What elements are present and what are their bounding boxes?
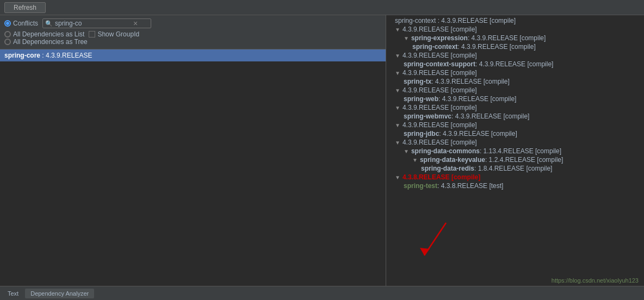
refresh-button[interactable]: Refresh xyxy=(4,2,46,13)
tree-row-13[interactable]: spring-jdbc : 4.3.9.RELEASE [compile] xyxy=(386,129,644,138)
left-panel: Conflicts 🔍 × All Dependencies as List xyxy=(0,15,386,286)
dep-version-13: : 4.3.9.RELEASE [compile] xyxy=(439,130,517,138)
dep-version-2: : 4.3.9.RELEASE [compile] xyxy=(468,34,546,42)
arrow-icon-12: ▼ xyxy=(395,122,400,128)
arrow-icon-8: ▼ xyxy=(395,88,400,93)
radio-all-list[interactable]: All Dependencies as List xyxy=(4,30,84,38)
item-version: : 4.3.9.RELEASE xyxy=(40,52,92,59)
search-input[interactable] xyxy=(55,20,131,27)
list-item[interactable]: spring-core : 4.3.9.RELEASE xyxy=(0,49,386,61)
tree-row-17[interactable]: spring-data-redis : 1.8.4.RELEASE [compi… xyxy=(386,164,644,173)
item-name: spring-core xyxy=(4,52,40,59)
tree-row-10[interactable]: ▼ 4.3.9.RELEASE [compile] xyxy=(386,103,644,112)
radio-circle-all-list xyxy=(4,31,11,38)
dep-name-5: spring-context-support xyxy=(404,60,475,68)
filter-row-3: All Dependencies as Tree xyxy=(4,38,381,46)
arrow-icon-18: ▼ xyxy=(395,174,400,180)
checkbox-box xyxy=(89,31,95,38)
arrow-icon-2: ▼ xyxy=(404,35,409,41)
arrow-icon-14: ▼ xyxy=(395,140,400,146)
checkbox-show-groupid[interactable]: Show GroupId xyxy=(89,30,139,38)
dep-version-1: 4.3.9.RELEASE [compile] xyxy=(403,26,477,33)
dep-version-12: 4.3.9.RELEASE [compile] xyxy=(403,121,477,129)
tree-row-15[interactable]: ▼ spring-data-commons : 1.13.4.RELEASE [… xyxy=(386,147,644,155)
tab-dependency-analyzer[interactable]: Dependency Analyzer xyxy=(25,289,94,298)
tree-row-11[interactable]: spring-webmvc : 4.3.9.RELEASE [compile] xyxy=(386,112,644,121)
filter-area: Conflicts 🔍 × All Dependencies as List xyxy=(0,15,386,49)
checkbox-show-groupid-label: Show GroupId xyxy=(97,30,139,38)
dep-version-5: : 4.3.9.RELEASE [compile] xyxy=(475,60,553,68)
dep-version-10: 4.3.9.RELEASE [compile] xyxy=(403,104,477,111)
dep-version-14: 4.3.9.RELEASE [compile] xyxy=(403,139,477,146)
arrow-icon-15: ▼ xyxy=(404,148,409,154)
radio-conflicts[interactable]: Conflicts xyxy=(4,20,38,27)
tree-row-4[interactable]: ▼ 4.3.9.RELEASE [compile] xyxy=(386,51,644,60)
dep-version-3: : 4.3.9.RELEASE [compile] xyxy=(457,43,535,51)
tree-row-8[interactable]: ▼ 4.3.9.RELEASE [compile] xyxy=(386,86,644,95)
arrow-icon-10: ▼ xyxy=(395,105,400,111)
dep-version-16: : 1.2.4.RELEASE [compile] xyxy=(485,156,563,164)
tab-text[interactable]: Text xyxy=(2,289,24,298)
toolbar: Refresh xyxy=(0,0,644,15)
dep-version-18-red: 4.3.8.RELEASE [compile] xyxy=(403,173,480,181)
search-box: 🔍 × xyxy=(42,18,151,28)
dep-version-4: 4.3.9.RELEASE [compile] xyxy=(403,52,477,59)
tree-row-19[interactable]: spring-test : 4.3.8.RELEASE [test] xyxy=(386,182,644,190)
radio-conflicts-label: Conflicts xyxy=(13,20,38,27)
radio-all-tree[interactable]: All Dependencies as Tree xyxy=(4,38,88,46)
arrow-icon-4: ▼ xyxy=(395,53,400,59)
radio-circle-all-tree xyxy=(4,39,11,45)
dep-name-13: spring-jdbc xyxy=(404,130,439,138)
tree-row-0: spring-context : 4.3.9.RELEASE [compile] xyxy=(386,16,644,25)
tree-row-5[interactable]: spring-context-support : 4.3.9.RELEASE [… xyxy=(386,60,644,68)
bottom-tabs: Text Dependency Analyzer xyxy=(0,286,644,300)
tree-row-12[interactable]: ▼ 4.3.9.RELEASE [compile] xyxy=(386,121,644,129)
list-area: spring-core : 4.3.9.RELEASE xyxy=(0,49,386,286)
content-area: Conflicts 🔍 × All Dependencies as List xyxy=(0,15,644,286)
tree-row-3[interactable]: spring-context : 4.3.9.RELEASE [compile] xyxy=(386,42,644,51)
tree-row-16[interactable]: ▼ spring-data-keyvalue : 1.2.4.RELEASE [… xyxy=(386,155,644,164)
tree-row-2[interactable]: ▼ spring-expression : 4.3.9.RELEASE [com… xyxy=(386,34,644,42)
filter-row-2: All Dependencies as List Show GroupId xyxy=(4,30,381,38)
dep-name-7: spring-tx xyxy=(404,78,431,85)
tree-row-9[interactable]: spring-web : 4.3.9.RELEASE [compile] xyxy=(386,95,644,103)
tree-row-7[interactable]: spring-tx : 4.3.9.RELEASE [compile] xyxy=(386,77,644,86)
dep-version-11: : 4.3.9.RELEASE [compile] xyxy=(451,112,529,120)
radio-all-tree-label: All Dependencies as Tree xyxy=(13,38,88,46)
arrow-icon-6: ▼ xyxy=(395,70,400,76)
dep-version-9: : 4.3.9.RELEASE [compile] xyxy=(438,95,516,103)
arrow-icon-1: ▼ xyxy=(395,27,400,33)
dep-text-0: spring-context : 4.3.9.RELEASE [compile] xyxy=(395,17,516,24)
main-container: Refresh Conflicts 🔍 × xyxy=(0,0,644,300)
dep-name-19-green: spring-test xyxy=(404,182,437,190)
arrow-icon-16: ▼ xyxy=(412,157,418,163)
right-panel: spring-context : 4.3.9.RELEASE [compile]… xyxy=(386,15,644,286)
radio-circle-conflicts xyxy=(4,20,11,27)
dep-version-19: : 4.3.8.RELEASE [test] xyxy=(437,182,503,190)
dep-name-2: spring-expression xyxy=(411,34,468,42)
dep-version-8: 4.3.9.RELEASE [compile] xyxy=(403,86,477,94)
search-icon: 🔍 xyxy=(45,20,53,27)
dep-name-16: spring-data-keyvalue xyxy=(420,156,485,164)
filter-row-1: Conflicts 🔍 × xyxy=(4,18,381,28)
tree-row-18[interactable]: ▼ 4.3.8.RELEASE [compile] xyxy=(386,173,644,182)
dep-version-15: : 1.13.4.RELEASE [compile] xyxy=(480,147,561,155)
dep-version-17: : 1.8.4.RELEASE [compile] xyxy=(474,165,552,172)
dep-name-15: spring-data-commons xyxy=(411,147,480,155)
dep-name-11: spring-webmvc xyxy=(404,112,451,120)
tree-row-1[interactable]: ▼ 4.3.9.RELEASE [compile] xyxy=(386,25,644,34)
tree-row-14[interactable]: ▼ 4.3.9.RELEASE [compile] xyxy=(386,138,644,147)
dep-name-9: spring-web xyxy=(404,95,438,103)
clear-icon[interactable]: × xyxy=(133,20,138,27)
dep-name-17: spring-data-redis xyxy=(421,165,474,172)
dep-version-6: 4.3.9.RELEASE [compile] xyxy=(403,69,477,77)
dep-version-7: : 4.3.9.RELEASE [compile] xyxy=(431,78,509,85)
radio-all-list-label: All Dependencies as List xyxy=(13,30,84,38)
tree-row-6[interactable]: ▼ 4.3.9.RELEASE [compile] xyxy=(386,68,644,77)
dep-name-3: spring-context xyxy=(412,43,457,51)
